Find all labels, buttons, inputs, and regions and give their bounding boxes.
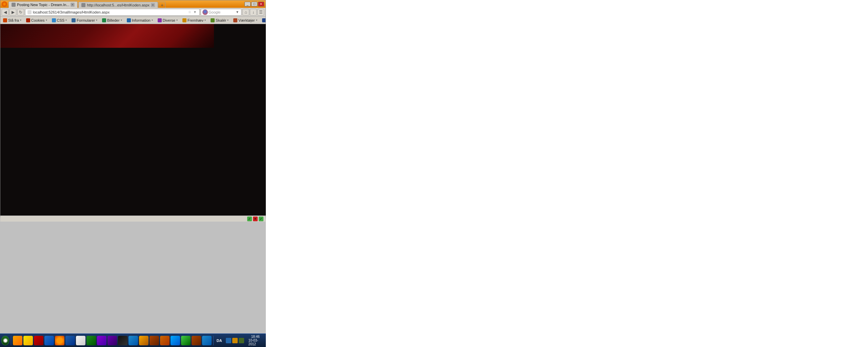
search-bar[interactable]: Google ▼ [201,9,241,16]
bookmark-billeder[interactable]: Billeder▾ [101,18,123,23]
bookmark-icon-information [127,18,131,22]
bookmark-icon-skaler [211,18,215,22]
address-bar[interactable]: localhost:52614/3mallImages/HtmlKoden.as… [25,9,200,16]
tab-bar: Posting New Topic - Dream.In... ✕ http:/… [8,0,242,8]
downloads-button[interactable]: ↓ [250,9,257,16]
taskbar-app-green[interactable] [181,336,191,345]
taskbar-app-excel[interactable] [86,336,96,345]
taskbar-app-ie[interactable] [44,336,54,345]
bookmark-label-vaerktojer: Værktøjer [238,18,255,22]
bookmark-label-css: CSS [57,18,65,22]
start-button[interactable] [1,336,9,345]
bookmark-label-billeder: Billeder [107,18,120,22]
taskbar-app-firefox[interactable] [55,336,64,345]
bookmark-information[interactable]: Information▾ [125,18,154,23]
forward-button[interactable]: ▶ [9,9,16,16]
taskbar-app-net[interactable] [160,336,170,345]
tray-icon-3 [239,338,244,343]
bookmark-icon-vis-kildekode [262,18,265,22]
taskbar-app-photo[interactable] [97,336,106,345]
bookmark-label-skaler: Skalér [216,18,226,22]
bookmark-icon-cookies [26,18,30,22]
home-button[interactable]: ⌂ [242,9,249,16]
address-icons: ☆ ▼ [187,10,197,15]
reload-button[interactable]: ↻ [17,9,24,16]
bookmark-fremhaev[interactable]: Fremhæv▾ [181,18,207,23]
bookmark-label-information: Information [132,18,151,22]
taskbar-app-media[interactable] [139,336,149,345]
bookmark-icon-vaerktojer [233,18,237,22]
second-tab-label: http://localhost:5...es/HtmlKoden.aspx [87,3,150,7]
bookmark-skaler[interactable]: Skalér▾ [209,18,230,23]
tray-icon-2 [232,338,238,343]
bookmark-formularer[interactable]: Formularer▾ [70,18,99,23]
taskbar-app-folder[interactable] [23,336,33,345]
taskbar-app-red[interactable] [34,336,43,345]
bookmark-icon-sla-fra [3,18,7,22]
star-icon[interactable]: ☆ [187,10,192,15]
address-text: localhost:52614/3mallImages/HtmlKoden.as… [33,10,186,14]
taskbar-separator-2 [213,336,214,345]
bookmark-icon[interactable]: ▼ [193,10,197,15]
taskbar-date: 10-03-2012 [249,339,262,346]
taskbar: DA 18:46 10-03-2012 [0,333,266,347]
taskbar-app-globe2[interactable] [202,336,212,345]
page-content [0,24,266,216]
second-tab-close-button[interactable]: ✕ [151,3,155,7]
back-button[interactable]: ◀ [2,9,8,16]
bookmark-sla-fra[interactable]: Slå fra▾ [2,18,23,23]
second-tab[interactable]: http://localhost:5...es/HtmlKoden.aspx ✕ [78,2,158,8]
new-tab-button[interactable]: + [159,2,165,8]
address-favicon-icon [27,10,32,14]
taskbar-app-globe[interactable] [129,336,138,345]
bookmark-vaerktojer[interactable]: Værktøjer▾ [232,18,258,23]
right-side-area [266,0,868,347]
minimize-button[interactable]: _ [244,2,251,6]
taskbar-app-vs[interactable] [107,336,117,345]
taskbar-app-skype[interactable] [171,336,180,345]
page-header-block [0,24,214,48]
bookmark-label-sla-fra: Slå fra [8,18,19,22]
nav-extra-buttons: ⌂ ↓ ☰ [242,9,264,16]
bookmark-icon-billeder [102,18,106,22]
second-tab-favicon-icon [81,3,85,7]
bookmarks-bar: Slå fra▾ Cookies▾ CSS▾ Formularer▾ Bille… [0,17,265,24]
status-icon-green-2: ✓ [259,217,263,221]
bookmark-label-formularer: Formularer [77,18,95,22]
bookmark-diverse[interactable]: Diverse▾ [156,18,179,23]
search-button[interactable]: ▼ [235,10,240,15]
start-icon [3,338,8,343]
menu-button[interactable]: ☰ [257,9,264,16]
active-tab[interactable]: Posting New Topic - Dream.In... ✕ [8,1,78,8]
search-placeholder-text: Google [209,10,234,14]
status-bar: ✓ ✕ ✓ [0,216,265,222]
bookmark-label-cookies: Cookies [31,18,45,22]
taskbar-systray [224,337,245,344]
status-icon-red: ✕ [253,217,258,221]
tab-favicon-icon [12,3,16,7]
taskbar-app-tray2[interactable] [192,336,201,345]
bookmark-icon-css [52,18,56,22]
tab-close-button[interactable]: ✕ [71,3,75,7]
bookmark-icon-fremhaev [182,18,186,22]
bookmark-label-diverse: Diverse [163,18,175,22]
bookmark-css[interactable]: CSS▾ [51,18,68,23]
bookmark-cookies[interactable]: Cookies▾ [25,18,48,23]
taskbar-app-paint[interactable] [76,336,85,345]
taskbar-separator [11,336,11,345]
taskbar-app-explorer[interactable] [13,336,22,345]
active-tab-label: Posting New Topic - Dream.In... [17,3,69,7]
bookmark-label-fremhaev: Fremhæv [188,18,203,22]
maximize-button[interactable]: □ [251,2,257,6]
google-search-icon [202,9,208,15]
close-button[interactable]: ✕ [258,2,264,6]
bookmark-vis-kildekode[interactable]: Vis kildekode▾ [261,18,265,23]
taskbar-app-tray[interactable] [150,336,159,345]
taskbar-app-word[interactable] [65,336,75,345]
status-icon-green-1: ✓ [247,217,252,221]
browser-window: Posting New Topic - Dream.In... ✕ http:/… [0,0,266,217]
navigation-bar: ◀ ▶ ↻ localhost:52614/3mallImages/HtmlKo… [0,8,265,17]
taskbar-language: DA [215,338,223,343]
bookmark-icon-diverse [158,18,162,22]
taskbar-app-cmd[interactable] [118,336,127,345]
